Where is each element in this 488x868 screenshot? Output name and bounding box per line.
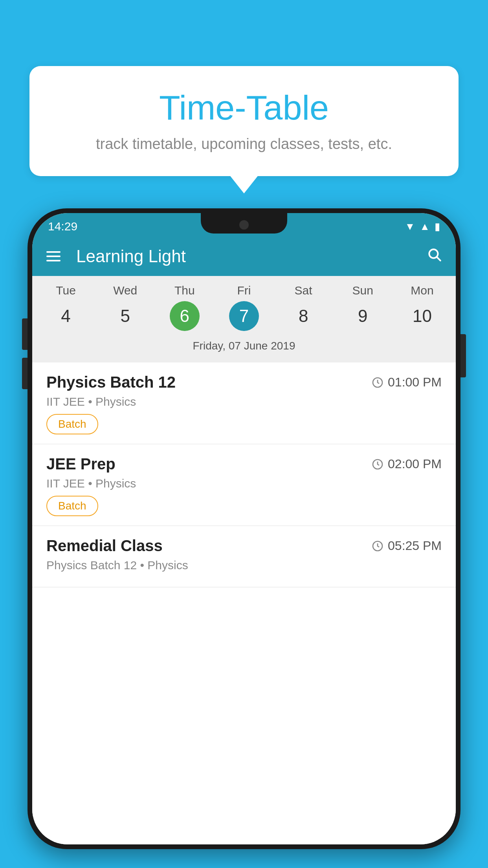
wifi-icon: ▼: [405, 221, 415, 233]
schedule-time-text: 05:25 PM: [388, 539, 442, 553]
svg-line-1: [437, 257, 440, 261]
schedule-title: Remedial Class: [46, 537, 163, 555]
days-row: Tue4Wed5Thu6Fri7Sat8Sun9Mon10: [32, 284, 456, 331]
day-number[interactable]: 10: [407, 301, 437, 331]
day-name: Thu: [174, 284, 195, 297]
clock-icon: [371, 376, 384, 389]
day-col-sat[interactable]: Sat8: [278, 284, 329, 331]
day-number[interactable]: 4: [51, 301, 81, 331]
day-number[interactable]: 5: [110, 301, 140, 331]
schedule-subtitle: IIT JEE • Physics: [46, 395, 442, 408]
clock-icon: [371, 540, 384, 552]
day-number[interactable]: 8: [288, 301, 318, 331]
schedule-subtitle: IIT JEE • Physics: [46, 477, 442, 490]
day-name: Wed: [113, 284, 137, 297]
day-name: Sun: [352, 284, 373, 297]
selected-date-label: Friday, 07 June 2019: [32, 336, 456, 359]
volume-down-button[interactable]: [22, 358, 28, 389]
day-col-mon[interactable]: Mon10: [396, 284, 448, 331]
day-name: Tue: [56, 284, 76, 297]
search-button[interactable]: [427, 247, 442, 266]
schedule-time-text: 01:00 PM: [388, 375, 442, 390]
schedule-item[interactable]: Remedial Class05:25 PMPhysics Batch 12 •…: [32, 526, 456, 587]
batch-badge: Batch: [46, 496, 98, 516]
app-bar-title: Learning Light: [76, 246, 415, 266]
day-name: Fri: [237, 284, 251, 297]
day-col-wed[interactable]: Wed5: [100, 284, 151, 331]
day-number[interactable]: 9: [348, 301, 378, 331]
power-button[interactable]: [460, 334, 466, 377]
info-bubble-card: Time-Table track timetable, upcoming cla…: [29, 66, 459, 176]
bubble-title: Time-Table: [49, 88, 439, 128]
volume-up-button[interactable]: [22, 318, 28, 350]
screen-content: 14:29 ▼ ▲ ▮ Learning Light: [32, 213, 456, 844]
schedule-title: JEE Prep: [46, 455, 116, 473]
day-name: Mon: [411, 284, 433, 297]
status-icons: ▼ ▲ ▮: [405, 221, 440, 233]
schedule-item-header: Physics Batch 1201:00 PM: [46, 373, 442, 391]
bubble-subtitle: track timetable, upcoming classes, tests…: [49, 136, 439, 153]
schedule-time: 05:25 PM: [371, 539, 442, 553]
schedule-subtitle: Physics Batch 12 • Physics: [46, 559, 442, 572]
schedule-item[interactable]: JEE Prep02:00 PMIIT JEE • PhysicsBatch: [32, 444, 456, 526]
schedule-item-header: Remedial Class05:25 PM: [46, 537, 442, 555]
schedule-time: 01:00 PM: [371, 375, 442, 390]
front-camera: [239, 220, 249, 230]
schedule-item[interactable]: Physics Batch 1201:00 PMIIT JEE • Physic…: [32, 362, 456, 444]
day-col-fri[interactable]: Fri7: [218, 284, 270, 331]
day-name: Sat: [295, 284, 312, 297]
status-time: 14:29: [48, 220, 77, 233]
day-number[interactable]: 6: [170, 301, 200, 331]
schedule-item-header: JEE Prep02:00 PM: [46, 455, 442, 473]
schedule-time: 02:00 PM: [371, 457, 442, 471]
phone-mockup: 14:29 ▼ ▲ ▮ Learning Light: [28, 208, 460, 868]
calendar-strip: Tue4Wed5Thu6Fri7Sat8Sun9Mon10 Friday, 07…: [32, 276, 456, 362]
hamburger-menu-icon[interactable]: [46, 251, 61, 261]
day-number[interactable]: 7: [229, 301, 259, 331]
app-bar: Learning Light: [32, 237, 456, 276]
schedule-title: Physics Batch 12: [46, 373, 176, 391]
day-col-sun[interactable]: Sun9: [337, 284, 388, 331]
schedule-container: Physics Batch 1201:00 PMIIT JEE • Physic…: [32, 362, 456, 844]
schedule-time-text: 02:00 PM: [388, 457, 442, 471]
day-col-tue[interactable]: Tue4: [40, 284, 92, 331]
phone-screen: 14:29 ▼ ▲ ▮ Learning Light: [32, 213, 456, 844]
clock-icon: [371, 458, 384, 471]
phone-outer: 14:29 ▼ ▲ ▮ Learning Light: [28, 208, 460, 849]
batch-badge: Batch: [46, 414, 98, 434]
battery-icon: ▮: [435, 221, 440, 233]
signal-icon: ▲: [420, 221, 430, 233]
day-col-thu[interactable]: Thu6: [159, 284, 210, 331]
phone-notch: [201, 213, 287, 234]
